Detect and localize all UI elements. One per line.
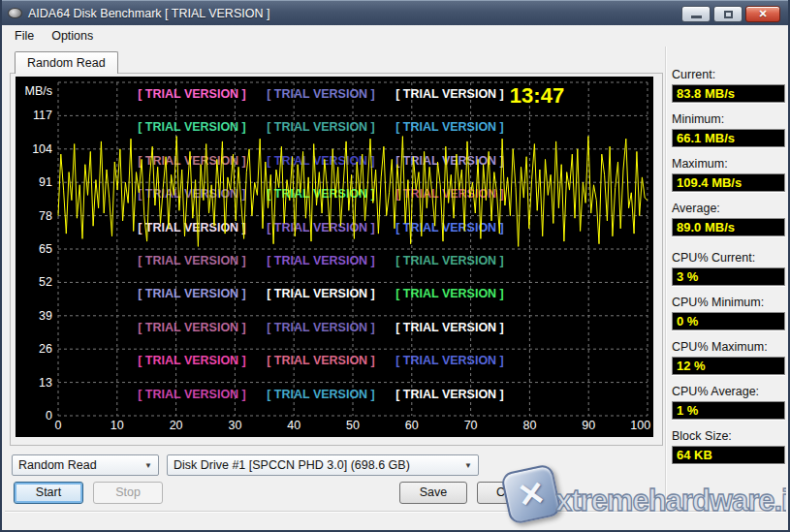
x-axis-tick-label: 10 xyxy=(111,419,124,432)
y-axis-tick-label: 26 xyxy=(39,342,52,356)
x-axis-tick-label: 70 xyxy=(464,419,478,432)
y-axis-tick-label: 13 xyxy=(39,376,52,390)
minimize-button[interactable] xyxy=(681,6,711,22)
test-type-select[interactable]: Random Read ▼ xyxy=(12,454,159,476)
x-axis-tick-label: 20 xyxy=(170,419,183,432)
clear-button[interactable]: Clear xyxy=(477,482,545,504)
y-axis-tick-label: 65 xyxy=(39,242,52,256)
stat-group: Minimum:66.1 MB/s xyxy=(672,112,785,147)
stat-value: 12 % xyxy=(672,357,785,375)
y-axis-tick-label: 39 xyxy=(39,309,52,323)
x-axis-tick-label: 0 xyxy=(55,419,62,432)
stop-button[interactable]: Stop xyxy=(93,482,163,504)
x-axis-tick-label: 40 xyxy=(287,419,300,432)
stat-label: Minimum: xyxy=(672,112,785,126)
start-button[interactable]: Start xyxy=(14,482,83,504)
stat-label: CPU% Minimum: xyxy=(672,296,785,309)
stat-label: CPU% Average: xyxy=(672,385,785,398)
y-axis-unit-label: MB/s xyxy=(25,84,52,98)
trial-watermark-text: [ TRIAL VERSION ] xyxy=(138,321,246,334)
stat-label: Average: xyxy=(672,202,785,215)
x-axis-tick-label: 80 xyxy=(522,419,536,432)
y-axis-tick-label: 104 xyxy=(32,142,52,156)
trial-watermark-text: [ TRIAL VERSION ] xyxy=(267,321,375,334)
trial-watermark-text: [ TRIAL VERSION ] xyxy=(138,354,246,367)
x-axis-tick-label: 100 % xyxy=(630,419,653,432)
trial-watermark-text: [ TRIAL VERSION ] xyxy=(395,388,504,401)
app-icon xyxy=(8,8,22,18)
stat-label: CPU% Maximum: xyxy=(672,340,785,354)
stat-value: 0 % xyxy=(672,312,785,330)
stat-value: 89.0 MB/s xyxy=(672,218,785,236)
test-type-value: Random Read xyxy=(18,458,141,472)
stat-group: Average:89.0 MB/s xyxy=(672,202,785,236)
app-window: AIDA64 Disk Benchmark [ TRIAL VERSION ] … xyxy=(0,0,790,532)
stat-value: 3 % xyxy=(672,267,785,286)
trial-watermark-text: [ TRIAL VERSION ] xyxy=(138,87,246,101)
disk-drive-value: Disk Drive #1 [SPCCN PHD 3.0] (698.6 GB) xyxy=(174,458,460,472)
tab-random-read[interactable]: Random Read xyxy=(15,51,118,74)
benchmark-chart-svg: MB/s117104917865523926130010203040506070… xyxy=(16,77,653,437)
trial-watermark-text: [ TRIAL VERSION ] xyxy=(395,221,504,235)
stat-group: CPU% Average:1 % xyxy=(672,385,785,420)
stat-value: 83.8 MB/s xyxy=(672,84,785,103)
close-icon: ✕ xyxy=(758,8,767,20)
y-axis-tick-label: 117 xyxy=(33,109,52,122)
stat-value: 64 KB xyxy=(672,446,785,464)
stat-value: 1 % xyxy=(672,401,785,420)
stat-label: Maximum: xyxy=(672,157,785,171)
stat-label: Block Size: xyxy=(672,429,785,443)
stat-value: 66.1 MB/s xyxy=(672,129,785,147)
x-axis-tick-label: 50 xyxy=(346,419,360,432)
menu-item-file[interactable]: File xyxy=(6,27,43,45)
trial-watermark-text: [ TRIAL VERSION ] xyxy=(138,254,246,267)
minimize-icon xyxy=(691,16,702,18)
x-axis-tick-label: 90 xyxy=(582,419,595,432)
clock-label: 13:47 xyxy=(510,83,564,108)
trial-watermark-text: [ TRIAL VERSION ] xyxy=(267,87,375,101)
tab-label: Random Read xyxy=(27,56,106,70)
menu-bar: FileOptions xyxy=(2,26,788,46)
chevron-down-icon: ▼ xyxy=(144,461,152,470)
trial-watermark-text: [ TRIAL VERSION ] xyxy=(395,254,504,267)
maximize-icon xyxy=(724,11,733,18)
x-axis-tick-label: 30 xyxy=(228,419,241,432)
save-button[interactable]: Save xyxy=(399,482,467,504)
trial-watermark-text: [ TRIAL VERSION ] xyxy=(267,221,375,235)
y-axis-tick-label: 91 xyxy=(39,175,52,189)
stat-value: 109.4 MB/s xyxy=(672,173,785,192)
stat-label: Current: xyxy=(672,68,785,81)
y-axis-tick-label: 52 xyxy=(39,275,52,289)
trial-watermark-text: [ TRIAL VERSION ] xyxy=(138,221,246,235)
stat-group: Current:83.8 MB/s xyxy=(672,68,785,103)
close-button[interactable]: ✕ xyxy=(745,6,780,22)
trial-watermark-text: [ TRIAL VERSION ] xyxy=(395,120,504,134)
maximize-button[interactable] xyxy=(713,6,743,22)
disk-drive-select[interactable]: Disk Drive #1 [SPCCN PHD 3.0] (698.6 GB)… xyxy=(167,454,479,476)
y-axis-tick-label: 78 xyxy=(39,209,52,223)
stat-label: CPU% Current: xyxy=(672,251,785,265)
stat-group: Maximum:109.4 MB/s xyxy=(672,157,785,192)
trial-watermark-text: [ TRIAL VERSION ] xyxy=(267,254,375,267)
trial-watermark-text: [ TRIAL VERSION ] xyxy=(267,354,375,367)
menu-item-options[interactable]: Options xyxy=(43,27,102,45)
trial-watermark-text: [ TRIAL VERSION ] xyxy=(138,154,246,168)
trial-watermark-text: [ TRIAL VERSION ] xyxy=(267,154,375,168)
trial-watermark-text: [ TRIAL VERSION ] xyxy=(267,120,375,134)
xtremehardware-text: xtremehardware.it xyxy=(555,478,786,522)
trial-watermark-text: [ TRIAL VERSION ] xyxy=(395,321,504,334)
trial-watermark-text: [ TRIAL VERSION ] xyxy=(267,287,375,300)
stat-group: CPU% Maximum:12 % xyxy=(672,340,785,375)
benchmark-chart: MB/s117104917865523926130010203040506070… xyxy=(16,77,653,437)
status-divider xyxy=(5,511,785,513)
trial-watermark-text: [ TRIAL VERSION ] xyxy=(395,354,504,367)
trial-watermark-text: [ TRIAL VERSION ] xyxy=(138,287,246,300)
trial-watermark-text: [ TRIAL VERSION ] xyxy=(395,287,504,300)
y-axis-tick-label: 0 xyxy=(46,409,52,422)
trial-watermark-text: [ TRIAL VERSION ] xyxy=(267,388,375,401)
trial-watermark-text: [ TRIAL VERSION ] xyxy=(138,120,246,134)
title-bar[interactable]: AIDA64 Disk Benchmark [ TRIAL VERSION ] … xyxy=(2,0,788,25)
stats-panel: Current:83.8 MB/sMinimum:66.1 MB/sMaximu… xyxy=(672,68,785,474)
panel-divider xyxy=(665,47,667,511)
stat-group: CPU% Current:3 % xyxy=(672,251,785,286)
